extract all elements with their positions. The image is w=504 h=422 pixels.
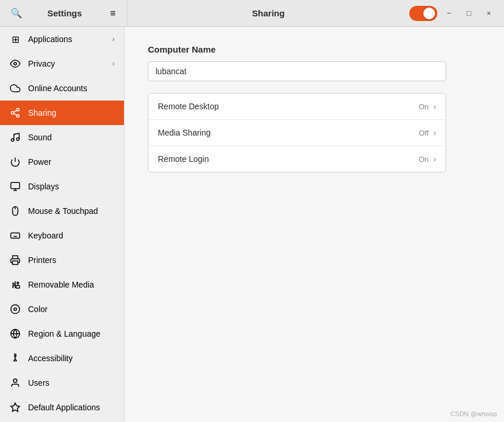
svg-point-19: [14, 308, 17, 311]
star-icon: [9, 402, 21, 413]
service-item-media-sharing[interactable]: Media Sharing Off ›: [149, 120, 446, 146]
svg-point-0: [14, 63, 17, 65]
svg-point-2: [11, 112, 14, 115]
keyboard-icon: [9, 230, 21, 241]
sidebar-item-users[interactable]: Users: [0, 371, 124, 395]
grid-icon: ⊞: [9, 33, 21, 45]
services-list: Remote Desktop On › Media Sharing Off › …: [148, 93, 446, 172]
svg-point-22: [15, 354, 16, 356]
sidebar-item-sharing[interactable]: Sharing: [0, 101, 124, 125]
service-status: On: [419, 102, 429, 111]
color-icon: [9, 303, 21, 315]
titlebar: 🔍 Settings ≡ Sharing − □ ×: [0, 0, 504, 27]
sidebar-item-label: Power: [28, 157, 115, 167]
svg-line-5: [13, 110, 16, 112]
cloud-icon: [9, 82, 21, 94]
service-status: On: [419, 155, 429, 164]
sidebar-item-applications[interactable]: ⊞ Applications ›: [0, 27, 124, 51]
globe-icon: [9, 328, 21, 340]
service-name: Remote Login: [158, 154, 419, 164]
svg-point-17: [17, 282, 19, 284]
svg-point-1: [16, 109, 19, 112]
power-icon: [9, 156, 21, 168]
hamburger-icon: ≡: [110, 8, 115, 19]
usb-icon: [9, 279, 21, 290]
chevron-icon: ›: [112, 35, 115, 43]
svg-marker-24: [11, 403, 20, 411]
sidebar-item-label: Color: [28, 305, 115, 314]
printer-icon: [9, 254, 21, 266]
settings-title: Settings: [28, 8, 101, 18]
eye-icon: [9, 58, 21, 70]
restore-button[interactable]: □: [461, 5, 477, 22]
sidebar-item-online-accounts[interactable]: Online Accounts: [0, 76, 124, 101]
minimize-button[interactable]: −: [441, 5, 457, 22]
sidebar-item-label: Applications: [28, 34, 105, 44]
share-icon: [9, 107, 21, 119]
sharing-title-section: Sharing − □ ×: [127, 0, 502, 26]
chevron-right-icon: ›: [433, 154, 436, 164]
sharing-title: Sharing: [127, 8, 409, 18]
svg-rect-14: [11, 233, 20, 238]
search-icon: 🔍: [11, 8, 22, 19]
sidebar-item-label: Displays: [28, 182, 115, 191]
sidebar-item-label: Accessibility: [28, 354, 115, 363]
service-item-remote-login[interactable]: Remote Login On ›: [149, 146, 446, 172]
svg-rect-9: [11, 182, 20, 189]
service-status: Off: [419, 129, 429, 137]
accessibility-icon: [9, 352, 21, 364]
computer-name-input[interactable]: [148, 61, 446, 81]
content-area: Computer Name Remote Desktop On › Media …: [125, 27, 504, 422]
music-icon: [9, 132, 21, 143]
chevron-icon: ›: [112, 60, 115, 68]
sidebar-item-label: Online Accounts: [28, 84, 115, 93]
sidebar-item-label: Sharing: [28, 108, 115, 117]
svg-line-4: [13, 113, 16, 115]
sidebar-item-displays[interactable]: Displays: [0, 174, 124, 199]
sidebar-item-label: Sound: [28, 133, 115, 142]
monitor-icon: [9, 181, 21, 192]
sidebar-item-mouse-touchpad[interactable]: Mouse & Touchpad: [0, 199, 124, 223]
service-name: Remote Desktop: [158, 102, 419, 111]
mouse-icon: [9, 205, 21, 217]
svg-point-6: [11, 139, 14, 141]
sidebar-item-label: Printers: [28, 255, 115, 265]
service-name: Media Sharing: [158, 128, 419, 137]
svg-rect-15: [13, 261, 18, 265]
sidebar-item-keyboard[interactable]: Keyboard: [0, 223, 124, 248]
sidebar-item-label: Removable Media: [28, 280, 115, 289]
user-icon: [9, 377, 21, 389]
sharing-toggle[interactable]: [409, 6, 437, 21]
sidebar-item-privacy[interactable]: Privacy ›: [0, 51, 124, 76]
sidebar-item-default-applications[interactable]: Default Applications: [0, 395, 124, 420]
main-container: ⊞ Applications › Privacy › Online Accoun…: [0, 27, 504, 422]
menu-button[interactable]: ≡: [103, 4, 122, 23]
sidebar-item-label: Keyboard: [28, 231, 115, 240]
watermark: CSDN @whoisp: [450, 410, 497, 417]
sidebar-item-label: Default Applications: [28, 403, 115, 412]
sidebar-item-color[interactable]: Color: [0, 297, 124, 321]
computer-name-label: Computer Name: [148, 44, 481, 54]
sidebar-item-label: Mouse & Touchpad: [28, 206, 115, 216]
svg-point-18: [11, 305, 20, 314]
service-item-remote-desktop[interactable]: Remote Desktop On ›: [149, 94, 446, 120]
close-button[interactable]: ×: [481, 5, 497, 22]
svg-point-7: [16, 138, 19, 141]
sidebar-item-power[interactable]: Power: [0, 150, 124, 174]
sidebar-item-label: Region & Language: [28, 329, 115, 338]
sidebar-item-accessibility[interactable]: Accessibility: [0, 346, 124, 371]
sidebar-item-printers[interactable]: Printers: [0, 248, 124, 272]
svg-point-23: [13, 379, 17, 382]
search-button[interactable]: 🔍: [7, 4, 26, 23]
settings-title-section: 🔍 Settings ≡: [2, 4, 127, 23]
sidebar-item-sound[interactable]: Sound: [0, 125, 124, 150]
sidebar-item-date-time[interactable]: Date & Time: [0, 420, 124, 422]
chevron-right-icon: ›: [433, 102, 436, 111]
sidebar: ⊞ Applications › Privacy › Online Accoun…: [0, 27, 125, 422]
sidebar-item-label: Privacy: [28, 59, 105, 68]
sidebar-item-label: Users: [28, 378, 115, 388]
sidebar-item-region-language[interactable]: Region & Language: [0, 321, 124, 346]
svg-rect-16: [16, 286, 20, 289]
svg-point-3: [16, 115, 19, 117]
sidebar-item-removable-media[interactable]: Removable Media: [0, 272, 124, 297]
